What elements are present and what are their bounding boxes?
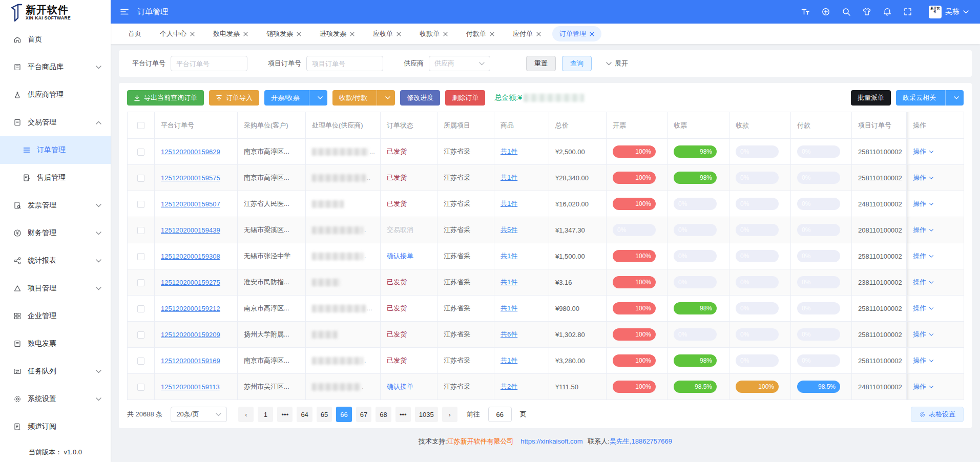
order-no-link[interactable]: 1251202000159439 [161,226,220,234]
close-icon[interactable] [590,32,594,36]
page-button-current[interactable]: 66 [336,407,351,422]
close-icon[interactable] [297,32,301,36]
row-action-dropdown[interactable]: 操作 [913,278,934,287]
sidebar-item-aftersale-mgmt[interactable]: 售后管理 [0,164,111,192]
sidebar-item-order-mgmt[interactable]: 订单管理 [0,136,111,164]
items-link[interactable]: 共6件 [501,330,517,338]
expand-toggle[interactable]: 展开 [606,59,628,68]
order-no-link[interactable]: 1251202000159308 [161,253,220,260]
tab-sales-invoice[interactable]: 销项发票 [259,26,308,41]
export-orders-button[interactable]: 导出当前查询订单 [127,90,204,106]
page-button[interactable]: 68 [376,407,391,422]
close-icon[interactable] [350,32,355,36]
close-icon[interactable] [536,32,541,36]
page-button[interactable]: 67 [356,407,371,422]
prev-page-button[interactable]: ‹ [238,407,254,422]
page-button[interactable]: 65 [317,407,332,422]
order-no-link[interactable]: 1251202000159169 [161,357,220,365]
chevron-down-icon[interactable] [385,95,390,100]
order-no-link[interactable]: 1251202000159275 [161,279,220,286]
tab-payable[interactable]: 应付单 [506,26,548,41]
reset-button[interactable]: 重置 [526,56,556,71]
more-pages-button[interactable]: ••• [395,407,411,422]
items-link[interactable]: 共1件 [501,304,517,312]
row-action-dropdown[interactable]: 操作 [913,304,934,313]
row-action-dropdown[interactable]: 操作 [913,251,934,261]
order-no-link[interactable]: 1251202000159212 [161,305,220,312]
delete-orders-button[interactable]: 删除订单 [445,90,485,106]
row-checkbox[interactable] [137,305,144,312]
invoice-receipt-button[interactable]: 开票/收票 [264,90,327,106]
sidebar-item-finance-mgmt[interactable]: 财务管理 [0,219,111,247]
supplier-select[interactable]: 供应商 [429,56,490,71]
chevron-down-icon[interactable] [318,95,323,100]
items-link[interactable]: 共1件 [501,200,517,207]
tab-receipt[interactable]: 收款单 [412,26,455,41]
contact-link[interactable]: 吴先生,18862757669 [610,437,672,445]
tab-digital-invoice[interactable]: 数电发票 [206,26,255,41]
row-checkbox[interactable] [137,384,144,391]
row-action-dropdown[interactable]: 操作 [913,225,934,235]
chevron-down-icon[interactable] [954,95,959,100]
items-link[interactable]: 共1件 [501,252,517,260]
row-action-dropdown[interactable]: 操作 [913,147,934,156]
tab-receivable[interactable]: 应收单 [366,26,408,41]
modify-progress-button[interactable]: 修改进度 [400,90,440,106]
tab-home[interactable]: 首页 [121,26,149,41]
goto-page-input[interactable] [488,407,512,422]
close-icon[interactable] [490,32,494,36]
table-settings-button[interactable]: 表格设置 [911,407,964,422]
items-link[interactable]: 共2件 [501,383,517,390]
platform-order-no-input[interactable] [171,56,247,71]
sidebar-item-enterprise-mgmt[interactable]: 企业管理 [0,302,111,330]
page-button[interactable]: 1 [258,407,273,422]
row-checkbox[interactable] [137,358,144,365]
row-checkbox[interactable] [137,331,144,339]
order-no-link[interactable]: 1251202000159575 [161,174,220,182]
close-icon[interactable] [243,32,248,36]
project-order-no-input[interactable] [306,56,383,71]
select-all-checkbox[interactable] [137,122,144,129]
close-icon[interactable] [397,32,401,36]
query-button[interactable]: 查询 [562,56,592,71]
sidebar-item-system-settings[interactable]: 系统设置 [0,385,111,413]
sidebar-item-platform-products[interactable]: 平台商品库 [0,53,111,81]
row-action-dropdown[interactable]: 操作 [913,199,934,208]
sidebar-item-trade-mgmt[interactable]: 交易管理 [0,109,111,136]
sidebar-item-channel-subscribe[interactable]: 频道订阅 [0,413,111,440]
company-link[interactable]: 江苏新开软件有限公司 [447,437,514,445]
sidebar-item-digital-invoice[interactable]: 数电发票 [0,330,111,358]
row-action-dropdown[interactable]: 操作 [913,356,934,365]
sidebar-item-invoice-mgmt[interactable]: 发票管理 [0,192,111,219]
theme-icon[interactable] [862,7,871,16]
sidebar-item-supplier-mgmt[interactable]: 供应商管理 [0,81,111,109]
row-checkbox[interactable] [137,253,144,260]
row-action-dropdown[interactable]: 操作 [913,173,934,182]
batch-dispatch-button[interactable]: 批量派单 [851,90,891,106]
sidebar-item-stats-report[interactable]: 统计报表 [0,247,111,275]
items-link[interactable]: 共1件 [501,148,517,155]
website-link[interactable]: https://xinkaisoft.com [520,437,582,445]
bell-icon[interactable] [883,7,892,16]
items-link[interactable]: 共1件 [501,356,517,364]
tab-order-mgmt[interactable]: 订单管理 [552,26,601,41]
sidebar-item-project-mgmt[interactable]: 项目管理 [0,275,111,302]
row-action-dropdown[interactable]: 操作 [913,382,934,391]
receive-pay-button[interactable]: 收款/付款 [332,90,395,106]
row-checkbox[interactable] [137,279,144,286]
items-link[interactable]: 共1件 [501,278,517,286]
items-link[interactable]: 共1件 [501,174,517,181]
locate-icon[interactable] [821,7,830,16]
close-icon[interactable] [190,32,195,36]
import-orders-button[interactable]: 订单导入 [209,90,259,106]
page-button[interactable]: 1035 [415,407,438,422]
tab-payment[interactable]: 付款单 [459,26,502,41]
page-button[interactable]: 64 [297,407,312,422]
items-link[interactable]: 共5件 [501,226,517,234]
fullscreen-icon[interactable] [903,7,912,16]
order-no-link[interactable]: 1251202000159629 [161,148,220,156]
font-size-icon[interactable] [801,7,810,16]
row-action-dropdown[interactable]: 操作 [913,330,934,339]
page-size-select[interactable]: 20条/页 [171,407,227,422]
order-no-link[interactable]: 1251202000159113 [161,383,220,391]
